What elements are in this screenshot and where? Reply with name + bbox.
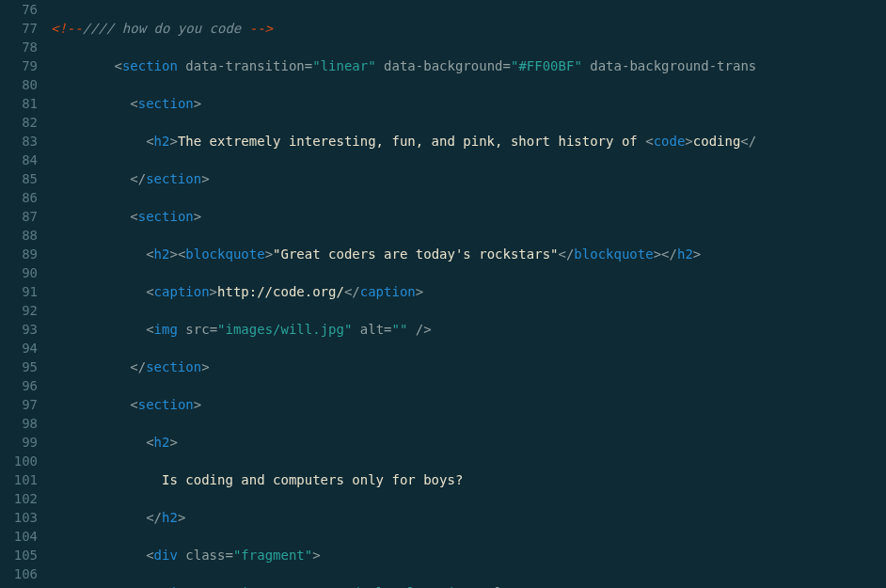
attr: data-background-trans xyxy=(590,58,756,73)
attr: class xyxy=(185,548,225,563)
tag-blockquote: blockquote xyxy=(574,246,653,262)
tag-h2: h2 xyxy=(162,510,178,525)
line-number: 89 xyxy=(6,245,38,263)
string: "fragment" xyxy=(233,548,312,563)
tag-div: div xyxy=(154,548,178,563)
line-number: 81 xyxy=(6,94,38,113)
tag-img: img xyxy=(154,322,178,337)
tag-section: section xyxy=(122,58,178,73)
tag-h2: h2 xyxy=(154,246,170,262)
tag-h2: h2 xyxy=(154,435,170,450)
line-number: 79 xyxy=(6,56,38,75)
line-number: 93 xyxy=(6,320,38,339)
line-number: 105 xyxy=(6,546,38,564)
line-number: 99 xyxy=(6,433,38,452)
attr: data-background xyxy=(384,58,502,73)
line-number: 77 xyxy=(6,19,38,38)
tag-section: section xyxy=(146,359,201,374)
tag-section: section xyxy=(138,209,194,224)
line-number: 96 xyxy=(6,376,38,395)
line-number: 103 xyxy=(6,508,38,527)
line-number: 94 xyxy=(6,339,38,358)
line-number: 78 xyxy=(6,38,38,56)
code-area[interactable]: <!--//// how do you code --> <section da… xyxy=(47,0,756,588)
text: The extremely interesting, fun, and pink… xyxy=(178,134,645,149)
attr: alt xyxy=(360,322,384,337)
string: "" xyxy=(392,322,408,337)
tag-blockquote: blockquote xyxy=(185,246,264,262)
line-number: 88 xyxy=(6,226,38,245)
tag-caption: caption xyxy=(360,284,416,299)
tag-section: section xyxy=(138,96,194,111)
string: "images/will.jpg" xyxy=(217,322,352,337)
line-number: 98 xyxy=(6,414,38,433)
line-number: 106 xyxy=(6,564,38,583)
line-number: 87 xyxy=(6,207,38,226)
line-number-gutter: 76 77 78 79 80 81 82 83 84 85 86 87 88 8… xyxy=(0,0,47,588)
line-number: 104 xyxy=(6,527,38,546)
line-number: 90 xyxy=(6,263,38,282)
comment-close: --> xyxy=(249,21,273,36)
line-number: 80 xyxy=(6,75,38,94)
line-number: 83 xyxy=(6,132,38,151)
comment-open: <!-- xyxy=(51,21,83,36)
line-number: 100 xyxy=(6,452,38,470)
line-number: 91 xyxy=(6,282,38,301)
line-number: 101 xyxy=(6,470,38,489)
attr: data-transition xyxy=(185,58,304,73)
attr: src xyxy=(185,322,209,337)
line-number: 86 xyxy=(6,188,38,207)
tag-code: code xyxy=(654,134,686,149)
tag-section: section xyxy=(138,397,194,412)
tag-h2: h2 xyxy=(154,134,170,149)
line-number: 95 xyxy=(6,358,38,376)
text: "Great coders are today's rockstars" xyxy=(273,246,558,262)
string: "#FF00BF" xyxy=(511,58,582,73)
text: http://code.org/ xyxy=(217,284,344,299)
comment-text: //// how do you code xyxy=(83,21,249,36)
tag-caption: caption xyxy=(154,284,210,299)
line-number: 102 xyxy=(6,489,38,508)
tag-h2: h2 xyxy=(677,246,693,262)
line-number: 84 xyxy=(6,151,38,169)
code-editor[interactable]: 76 77 78 79 80 81 82 83 84 85 86 87 88 8… xyxy=(0,0,886,588)
line-number: 85 xyxy=(6,169,38,188)
string: "linear" xyxy=(312,58,375,73)
line-number: 97 xyxy=(6,395,38,414)
line-number: 82 xyxy=(6,113,38,132)
text: coding xyxy=(693,134,741,149)
line-number: 92 xyxy=(6,301,38,320)
line-number: 76 xyxy=(6,0,38,19)
text: Is coding and computers only for boys? xyxy=(162,472,463,487)
tag-section: section xyxy=(146,171,201,186)
